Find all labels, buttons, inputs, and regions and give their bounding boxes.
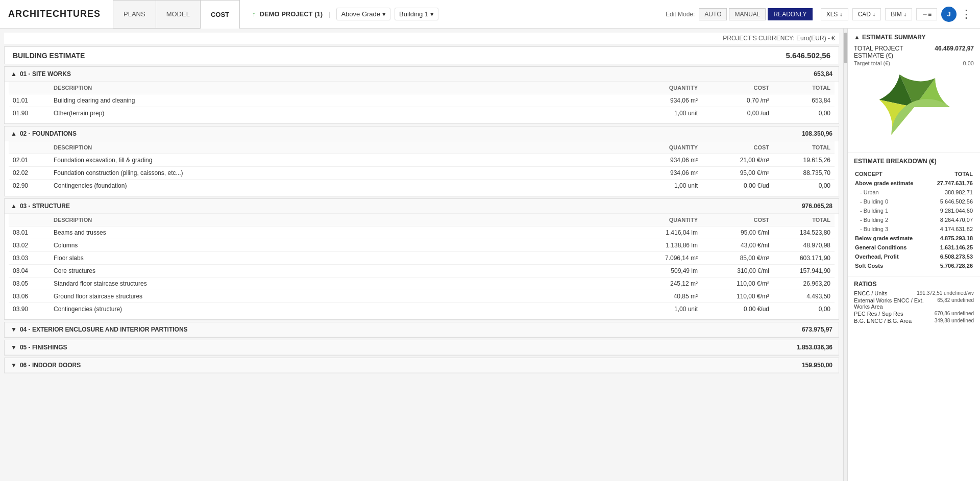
table-row[interactable]: 03.06 Ground floor staircase structures …	[9, 290, 835, 303]
mode-auto[interactable]: AUTO	[699, 8, 727, 20]
ratio-value: 349,88 undefined	[935, 318, 974, 324]
table-row[interactable]: 02.90 Contingencies (foundation) 1,00 un…	[9, 180, 835, 192]
tab-cost[interactable]: COST	[201, 0, 240, 29]
tab-model[interactable]: MODEL	[156, 0, 201, 29]
th-qty: QUANTITY	[620, 214, 702, 226]
row-qty: 934,06 m²	[620, 94, 702, 107]
row-qty: 7.096,14 m²	[620, 252, 702, 265]
row-desc: Other(terrain prep)	[50, 107, 620, 120]
section-02: ▲ 02 - FOUNDATIONS 108.350,96 DESCRIPTIO…	[4, 126, 839, 196]
row-desc: Floor slabs	[50, 252, 620, 265]
project-info: ↑ DEMO PROJECT (1) | Above Grade ▾ Build…	[252, 8, 438, 20]
th-qty: QUANTITY	[620, 82, 702, 94]
breakdown-label: General Conditions	[855, 243, 927, 251]
nav-tabs: PLANS MODEL COST	[113, 0, 240, 29]
section-title-06: ▼ 06 - INDOOR DOORS	[11, 362, 81, 369]
section-header-03[interactable]: ▲ 03 - STRUCTURE 976.065,28	[5, 199, 839, 214]
scrollbar-track[interactable]	[843, 29, 847, 481]
table-row[interactable]: 02.01 Foundation excavation, fill & grad…	[9, 154, 835, 167]
table-row[interactable]: 03.05 Standard floor staircase structure…	[9, 277, 835, 290]
row-qty: 40,85 m²	[620, 290, 702, 303]
row-total: 4.493,50	[773, 290, 835, 303]
bim-export-button[interactable]: BIM ↓	[885, 8, 912, 20]
row-qty: 509,49 lm	[620, 265, 702, 277]
more-button[interactable]: →≡	[916, 8, 937, 20]
section-01: ▲ 01 - SITE WORKS 653,84 DESCRIPTION QUA…	[4, 66, 839, 124]
mode-manual[interactable]: MANUAL	[729, 8, 766, 20]
building-estimate-title: BUILDING ESTIMATE	[13, 52, 85, 60]
section-header-04[interactable]: ▼ 04 - EXTERIOR ENCLOSURE AND INTERIOR P…	[5, 322, 839, 337]
breakdown-value: 5.646.502,56	[928, 197, 973, 206]
breakdown-value: 4.174.631,82	[928, 225, 973, 233]
top-navigation: ARCHITECHTURES PLANS MODEL COST ↑ DEMO P…	[0, 0, 980, 29]
th-code	[9, 141, 50, 154]
row-desc: Foundation excavation, fill & grading	[50, 154, 620, 167]
section-toggle-01: ▲	[11, 70, 17, 78]
section-03: ▲ 03 - STRUCTURE 976.065,28 DESCRIPTION …	[4, 198, 839, 320]
breakdown-row: General Conditions 1.631.146,25	[855, 243, 973, 251]
project-name[interactable]: DEMO PROJECT (1)	[260, 10, 323, 18]
th-total: TOTAL	[773, 214, 835, 226]
ratio-label: External Works ENCC / Ext. Works Area	[854, 297, 937, 310]
ratio-label: B.G. ENCC / B.G. Area	[854, 318, 935, 324]
row-desc: Core structures	[50, 265, 620, 277]
breakdown-label: - Building 1	[855, 207, 927, 215]
edit-mode-label: Edit Mode:	[666, 11, 695, 18]
row-desc: Contingencies (foundation)	[50, 180, 620, 192]
building-label: Building 1	[399, 10, 428, 18]
row-cost: 0,00 €/ud	[702, 303, 773, 316]
options-dots[interactable]: ⋮	[961, 9, 972, 20]
section-header-02[interactable]: ▲ 02 - FOUNDATIONS 108.350,96	[5, 126, 839, 141]
currency-text: PROJECT'S CURRENCY: Euro(EUR) - €	[723, 35, 835, 42]
building-chevron: ▾	[430, 10, 434, 18]
estimate-summary-section: ▲ ESTIMATE SUMMARY TOTAL PROJECT ESTIMAT…	[848, 29, 980, 153]
building-estimate-header: BUILDING ESTIMATE 5.646.502,56	[4, 46, 839, 64]
table-row[interactable]: 02.02 Foundation construction (piling, c…	[9, 167, 835, 180]
building-select[interactable]: Building 1 ▾	[395, 8, 438, 20]
table-row[interactable]: 03.01 Beams and trusses 1.416,04 lm 95,0…	[9, 226, 835, 239]
breakdown-row: Soft Costs 5.706.728,26	[855, 262, 973, 270]
target-value: 0,00	[963, 60, 974, 66]
row-cost: 0,00 /ud	[702, 107, 773, 120]
section-table-03: DESCRIPTION QUANTITY COST TOTAL 03.01 Be…	[9, 214, 835, 315]
total-project-value: 46.469.072,97	[935, 45, 974, 59]
cad-export-button[interactable]: CAD ↓	[852, 8, 881, 20]
total-project-row: TOTAL PROJECT ESTIMATE (€) 46.469.072,97	[854, 45, 974, 59]
row-cost: 95,00 €/ml	[702, 226, 773, 239]
section-title-01: ▲ 01 - SITE WORKS	[11, 70, 71, 78]
table-row[interactable]: 03.02 Columns 1.138,86 lm 43,00 €/ml 48.…	[9, 239, 835, 252]
section-toggle-04: ▼	[11, 326, 17, 333]
target-label: Target total (€)	[854, 60, 890, 66]
row-total: 603.171,90	[773, 252, 835, 265]
target-total-row: Target total (€) 0,00	[854, 60, 974, 66]
breakdown-row: - Building 1 9.281.044,60	[855, 207, 973, 215]
section-toggle-06: ▼	[11, 362, 17, 369]
ratio-value: 191.372,51 undefined/viv	[917, 290, 974, 296]
section-table-wrap-03: DESCRIPTION QUANTITY COST TOTAL 03.01 Be…	[5, 214, 839, 319]
row-qty: 1.138,86 lm	[620, 239, 702, 252]
breakdown-value: 4.875.293,18	[928, 234, 973, 242]
user-avatar[interactable]: J	[941, 7, 957, 22]
section-header-06[interactable]: ▼ 06 - INDOOR DOORS 159.950,00	[5, 358, 839, 373]
th-total: TOTAL	[773, 82, 835, 94]
collapse-icon[interactable]: ▲	[854, 34, 860, 41]
th-cost: COST	[702, 214, 773, 226]
table-row[interactable]: 03.90 Contingencies (structure) 1,00 uni…	[9, 303, 835, 316]
section-header-05[interactable]: ▼ 05 - FINISHINGS 1.853.036,36	[5, 340, 839, 355]
content-area: PROJECT'S CURRENCY: Euro(EUR) - € BUILDI…	[0, 29, 843, 481]
row-total: 48.970,98	[773, 239, 835, 252]
table-row[interactable]: 03.03 Floor slabs 7.096,14 m² 85,00 €/m²…	[9, 252, 835, 265]
grade-select[interactable]: Above Grade ▾	[336, 8, 390, 20]
table-row[interactable]: 01.90 Other(terrain prep) 1,00 unit 0,00…	[9, 107, 835, 120]
ratio-value: 670,86 undefined	[935, 311, 974, 317]
section-header-01[interactable]: ▲ 01 - SITE WORKS 653,84	[5, 67, 839, 82]
section-table-01: DESCRIPTION QUANTITY COST TOTAL 01.01 Bu…	[9, 82, 835, 119]
breakdown-row: - Building 0 5.646.502,56	[855, 197, 973, 206]
row-desc: Columns	[50, 239, 620, 252]
table-row[interactable]: 03.04 Core structures 509,49 lm 310,00 €…	[9, 265, 835, 277]
xls-export-button[interactable]: XLS ↓	[821, 8, 848, 20]
tab-plans[interactable]: PLANS	[113, 0, 156, 29]
mode-readonly[interactable]: READONLY	[768, 8, 812, 20]
pie-chart	[878, 71, 950, 143]
table-row[interactable]: 01.01 Building clearing and cleaning 934…	[9, 94, 835, 107]
